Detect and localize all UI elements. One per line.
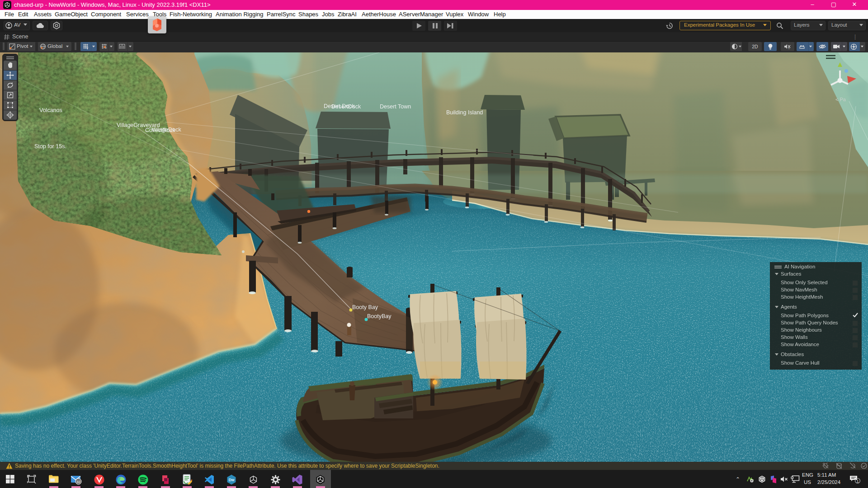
svg-text:Volcanos: Volcanos	[39, 107, 62, 113]
svg-text:1: 1	[856, 479, 859, 483]
svg-text:Desert Town: Desert Town	[380, 103, 411, 110]
svg-text:< Pa: < Pa	[835, 97, 846, 102]
svg-text:Booty Bay: Booty Bay	[352, 304, 378, 310]
svg-text:BootyBay: BootyBay	[367, 313, 392, 319]
svg-text:Building Island: Building Island	[446, 109, 483, 116]
svg-text:Dw: Dw	[229, 478, 235, 482]
svg-text:Y: Y	[86, 47, 89, 50]
svg-text:Stop for 15s.: Stop for 15s.	[34, 143, 66, 150]
svg-text:VillageDock: VillageDock	[151, 127, 182, 133]
svg-text:32: 32	[76, 480, 80, 484]
svg-text:DesertDock: DesertDock	[331, 103, 361, 110]
